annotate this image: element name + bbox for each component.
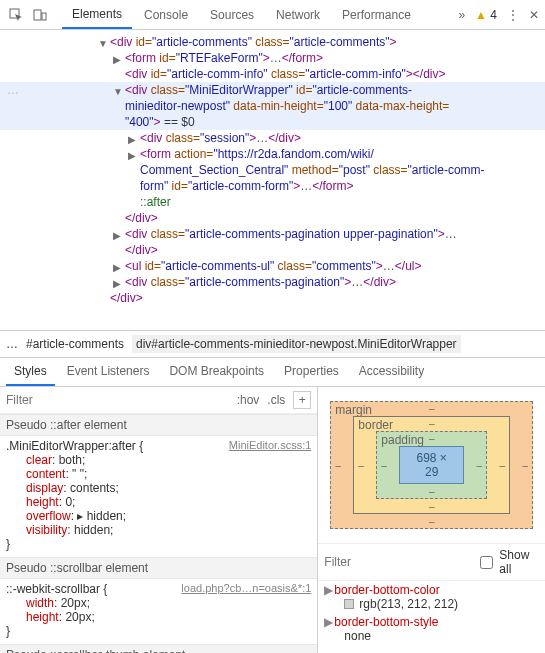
styles-list[interactable]: Pseudo ::after element.MiniEditorWrapper… <box>0 414 317 653</box>
styles-subtabs: StylesEvent ListenersDOM BreakpointsProp… <box>0 358 545 387</box>
dom-node[interactable]: ▶<div class="article-comments-pagination… <box>0 226 545 242</box>
dom-node[interactable]: ::after <box>0 194 545 210</box>
subtab-styles[interactable]: Styles <box>6 358 55 386</box>
dom-node[interactable]: minieditor-newpost" data-min-height="100… <box>0 98 545 114</box>
box-model[interactable]: margin –––– border –––– padding –––– 698… <box>318 387 545 543</box>
computed-property[interactable]: ▶border-bottom-stylenone <box>318 613 545 645</box>
svg-rect-1 <box>34 10 41 20</box>
panel-tabs: ElementsConsoleSourcesNetworkPerformance <box>62 1 421 29</box>
dom-node[interactable]: <div id="article-comm-info" class="artic… <box>0 66 545 82</box>
dom-node[interactable]: ▶<form id="RTEFakeForm">…</form> <box>0 50 545 66</box>
style-section-header: Pseudo ::scrollbar element <box>0 557 317 579</box>
kebab-icon[interactable]: ⋮ <box>507 8 519 22</box>
border-label: border <box>358 418 393 432</box>
source-link[interactable]: load.php?cb…n=oasis&*:1 <box>181 582 311 596</box>
styles-filter-input[interactable] <box>6 393 229 407</box>
showall-label: Show all <box>499 548 539 576</box>
computed-filter-bar: Show all <box>318 543 545 581</box>
warnings-badge[interactable]: ▲ 4 <box>475 8 497 22</box>
dom-node[interactable]: ▶<form action="https://r2da.fandom.com/w… <box>0 146 545 162</box>
dom-node[interactable]: ▶<ul id="article-comments-ul" class="com… <box>0 258 545 274</box>
source-link[interactable]: MiniEditor.scss:1 <box>229 439 312 453</box>
new-rule-button[interactable]: + <box>293 391 311 409</box>
tab-console[interactable]: Console <box>134 2 198 28</box>
dom-node[interactable]: "400"> == $0 <box>0 114 545 130</box>
css-rule[interactable]: .MiniEditorWrapper:after {MiniEditor.scs… <box>0 436 317 557</box>
close-icon[interactable]: ✕ <box>529 8 539 22</box>
breadcrumb-item[interactable]: #article-comments <box>26 337 124 351</box>
dom-tree[interactable]: ▼<div id="article-comments" class="artic… <box>0 30 545 330</box>
cls-toggle[interactable]: .cls <box>267 393 285 407</box>
subtab-properties[interactable]: Properties <box>276 358 347 386</box>
computed-property[interactable]: ▶border-bottom-colorrgb(213, 212, 212) <box>318 581 545 613</box>
tab-network[interactable]: Network <box>266 2 330 28</box>
tab-performance[interactable]: Performance <box>332 2 421 28</box>
margin-label: margin <box>335 403 372 417</box>
padding-label: padding <box>381 433 424 447</box>
style-section-header: Pseudo ::after element <box>0 414 317 436</box>
showall-checkbox[interactable] <box>480 556 493 569</box>
computed-panel: margin –––– border –––– padding –––– 698… <box>318 387 545 653</box>
content-box: 698 × 29 <box>399 446 464 484</box>
breadcrumb-item[interactable]: div#article-comments-minieditor-newpost.… <box>132 335 461 353</box>
breadcrumb-item[interactable]: … <box>6 337 18 351</box>
lower-pane: :hov .cls + Pseudo ::after element.MiniE… <box>0 387 545 653</box>
dom-node[interactable]: </div> <box>0 242 545 258</box>
dom-node[interactable]: Comment_Section_Central" method="post" c… <box>0 162 545 178</box>
dom-node[interactable]: ▶<div class="session">…</div> <box>0 130 545 146</box>
dom-node[interactable]: </div> <box>0 210 545 226</box>
more-tabs-icon[interactable]: » <box>458 8 465 22</box>
computed-list[interactable]: ▶border-bottom-colorrgb(213, 212, 212)▶b… <box>318 581 545 653</box>
subtab-event-listeners[interactable]: Event Listeners <box>59 358 158 386</box>
devtools-toolbar: ElementsConsoleSourcesNetworkPerformance… <box>0 0 545 30</box>
dom-node[interactable]: ▼<div id="article-comments" class="artic… <box>0 34 545 50</box>
dom-node[interactable]: ▼…<div class="MiniEditorWrapper" id="art… <box>0 82 545 98</box>
css-rule[interactable]: ::-webkit-scrollbar {load.php?cb…n=oasis… <box>0 579 317 644</box>
tab-elements[interactable]: Elements <box>62 1 132 29</box>
computed-filter-input[interactable] <box>324 555 474 569</box>
styles-filter-bar: :hov .cls + <box>0 387 317 414</box>
tab-sources[interactable]: Sources <box>200 2 264 28</box>
subtab-accessibility[interactable]: Accessibility <box>351 358 432 386</box>
subtab-dom-breakpoints[interactable]: DOM Breakpoints <box>161 358 272 386</box>
svg-rect-2 <box>42 13 46 20</box>
breadcrumb[interactable]: …#article-commentsdiv#article-comments-m… <box>0 330 545 358</box>
dom-node[interactable]: form" id="article-comm-form">…</form> <box>0 178 545 194</box>
dom-node[interactable]: ▶<div class="article-comments-pagination… <box>0 274 545 290</box>
style-section-header: Pseudo ::scrollbar-thumb element <box>0 644 317 653</box>
hov-toggle[interactable]: :hov <box>237 393 260 407</box>
styles-panel: :hov .cls + Pseudo ::after element.MiniE… <box>0 387 318 653</box>
dom-node[interactable]: </div> <box>0 290 545 306</box>
device-icon[interactable] <box>30 5 50 25</box>
inspect-icon[interactable] <box>6 5 26 25</box>
